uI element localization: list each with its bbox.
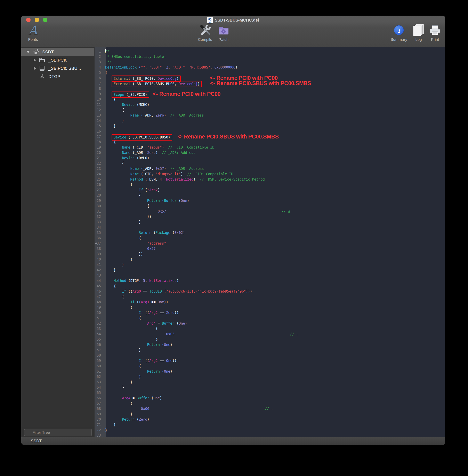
code-line[interactable]: 39 }) [95,251,445,257]
code-line[interactable]: 19 Name (_CID, "smbus") // _CID: Compati… [95,145,445,150]
code-line[interactable]: 50 If ((Arg2 == Zero)) [95,310,445,315]
code-line[interactable]: 15 } [95,123,445,129]
code-line[interactable]: 32 }) [95,214,445,219]
code-line[interactable]: 69 } [95,411,445,417]
code-token: Arg1 [141,300,149,304]
code-line[interactable]: 12 { [95,107,445,113]
chevron-down-icon[interactable] [26,51,30,53]
code-token: ) [197,82,200,86]
code-line[interactable]: 58 [95,353,445,358]
code-line[interactable]: 2 * SMBus compatibility table. [95,54,445,59]
folder-icon [39,58,45,63]
code-line[interactable]: 67 { [95,401,445,406]
code-line[interactable]: 43 [95,273,445,278]
code-line[interactable]: 72} [95,427,445,433]
code-line[interactable]: 42 } [95,267,445,273]
code-token: "" [141,65,145,69]
code-line[interactable]: 47 { [95,294,445,299]
code-line[interactable]: 4DefinitionBlock ("", "SSDT", 2, "ACDT",… [95,65,445,70]
code-line[interactable]: 13 Name (_ADR, Zero) // _ADR: Address [95,113,445,118]
sidebar-item-dtgp[interactable]: DTGP [21,73,94,81]
line-number: 2 [95,54,103,59]
code-line[interactable]: 65 [95,390,445,395]
code-line[interactable]: 3 */ [95,59,445,65]
code-line[interactable]: 41 } [95,262,445,267]
code-line[interactable]: 68 0x00// . [95,406,445,411]
code-line[interactable]: 53 { [95,326,445,331]
code-line[interactable]: 64 } [95,385,445,390]
code-line[interactable]: 63 } [95,379,445,385]
line-number: 67 [95,401,103,406]
chevron-right-icon[interactable] [34,66,36,70]
code-line[interactable]: 25 Method (_DSM, 4, NotSerialized) // _D… [95,177,445,182]
code-editor[interactable]: 1/*2 * SMBus compatibility table.3 */4De… [95,47,445,437]
code-token [158,311,160,315]
code-line[interactable]: 35 Return (Package (0x02) [95,230,445,235]
code-line[interactable]: 7 External (_SB_.PCI0.SBUS.BUS0, DeviceO… [95,81,445,86]
code-token [105,396,122,400]
code-line[interactable]: 60 { [95,363,445,369]
code-line[interactable]: 27 If (!Arg2) [95,187,445,193]
code-line[interactable]: 11 Device (MCHC) [95,102,445,107]
code-line[interactable]: 21 Device (DVL0) [95,155,445,161]
toolbar-print-button[interactable]: Print [421,23,445,42]
code-line[interactable]: 73 [95,433,445,437]
code-line[interactable]: 55 } [95,337,445,342]
code-line[interactable]: 56 Return (One) [95,342,445,347]
code-line[interactable]: 22 { [95,161,445,166]
code-line[interactable]: 28 { [95,193,445,198]
chevron-right-icon[interactable] [34,58,36,62]
sidebar-item-sb-pci0[interactable]: _SB.PCI0 [21,56,94,64]
code-line[interactable]: 26 { [95,182,445,187]
code-line[interactable]: 34 [95,225,445,230]
code-line[interactable]: 61 Return (One) [95,369,445,374]
code-line[interactable]: 59 If ((Arg2 == One)) [95,358,445,363]
code-line[interactable]: 51 { [95,315,445,321]
code-line[interactable]: 46 If ((Arg0 == ToUUID ("a0b5b7c6-1318-4… [95,289,445,294]
code-line[interactable]: 33 } [95,219,445,225]
code-line[interactable]: 71 } [95,422,445,427]
code-line[interactable]: 1/* [95,49,445,54]
code-line[interactable]: 70 Return (Zero) [95,417,445,422]
code-line[interactable]: 40 } [95,257,445,262]
code-line[interactable]: 54 0x03// . [95,331,445,337]
code-token: DeviceObj [158,76,176,81]
code-line[interactable]: 36 { [95,235,445,241]
code-line[interactable]: 62 } [95,374,445,379]
code-line[interactable]: 20 Name (_ADR, Zero) // _ADR: Address [95,150,445,155]
toolbar-fonts-button[interactable]: A Fonts [21,23,47,42]
code-line[interactable]: 52 Arg4 = Buffer (One) [95,321,445,326]
line-number: 29 [95,198,103,203]
code-token [156,300,158,304]
sidebar-item-ssdt[interactable]: SSDT [21,48,94,56]
sidebar-item-sb-pci0-sbus[interactable]: _SB.PCI0.SBU... [21,64,94,73]
code-line[interactable]: 37 "address", [95,241,445,246]
code-text: Name (_CID, "diagsvault") // _CID: Compa… [103,171,233,177]
code-token: Arg2 [149,311,158,315]
toolbar-patch-button[interactable]: Patch [209,23,238,42]
filter-tree-input[interactable] [24,429,92,436]
code-line[interactable]: 6 External (_SB_.PCI0, DeviceObj)<- Rena… [95,75,445,81]
line-number: 32 [95,214,103,219]
code-line[interactable]: 57 } [95,347,445,353]
code-line[interactable]: 29 Return (Buffer (One) [95,198,445,203]
code-line[interactable]: 31 0x57// W [95,209,445,214]
code-line[interactable]: 9 Scope (_SB.PCI0)<- Rename PCI0 with PC… [95,91,445,97]
line-number: 43 [95,273,103,278]
code-token: , [162,177,166,181]
code-line[interactable]: 24 Name (_CID, "diagsvault") // _CID: Co… [95,171,445,177]
code-line[interactable]: 38 0x57 [95,246,445,251]
code-line[interactable]: 48 If ((Arg1 == One)) [95,299,445,305]
code-line[interactable]: 14 } [95,118,445,123]
code-line[interactable]: 17 Device (_SB.PCI0.SBUS.BUS0)<- Rename … [95,134,445,139]
code-token: ) [185,321,187,325]
code-line[interactable]: 45 { [95,283,445,289]
code-line[interactable]: 66 Arg4 = Buffer (One) [95,395,445,401]
code-line[interactable]: 44 Method (DTGP, 5, NotSerialized) [95,278,445,283]
code-line[interactable]: 5{ [95,70,445,75]
code-line[interactable]: 23 Name (_ADR, 0x57) // _ADR: Address [95,166,445,171]
toolbar-fonts-label: Fonts [21,37,47,42]
code-line[interactable]: 16 [95,129,445,134]
code-line[interactable]: 30 { [95,203,445,209]
code-line[interactable]: 49 { [95,305,445,310]
